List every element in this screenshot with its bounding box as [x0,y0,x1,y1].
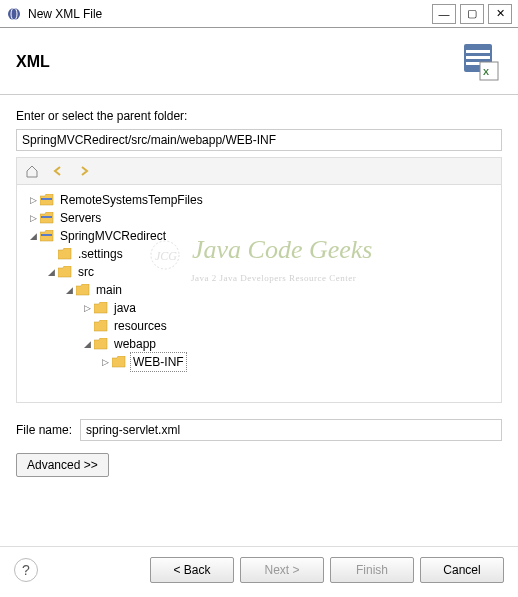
tree-item[interactable]: ◢src [21,263,497,281]
wizard-footer: ? < Back Next > Finish Cancel [0,546,518,597]
svg-rect-11 [41,216,52,218]
xml-file-icon: X [458,40,502,84]
filename-label: File name: [16,423,72,437]
folder-icon [93,336,109,352]
project-folder-icon [39,192,55,208]
wizard-header: XML X [0,28,518,95]
expander-closed-icon[interactable]: ▷ [99,353,111,371]
page-title: XML [16,53,50,71]
folder-icon [93,318,109,334]
svg-rect-12 [41,234,52,236]
svg-rect-4 [466,56,490,59]
folder-icon [111,354,127,370]
filename-row: File name: [16,419,502,441]
filename-input[interactable] [80,419,502,441]
svg-rect-10 [41,198,52,200]
window-controls: — ▢ ✕ [432,4,512,24]
tree-item[interactable]: ◢webapp [21,335,497,353]
folder-icon [75,282,91,298]
tree-item[interactable]: ▷Servers [21,209,497,227]
window-title: New XML File [28,7,432,21]
tree-item-label: main [94,281,124,299]
tree-item-label: webapp [112,335,158,353]
tree-item-label: resources [112,317,169,335]
tree-item-label: WEB-INF [130,352,187,372]
expander-open-icon[interactable]: ◢ [45,263,57,281]
next-button[interactable]: Next > [240,557,324,583]
expander-open-icon[interactable]: ◢ [81,335,93,353]
minimize-button[interactable]: — [432,4,456,24]
svg-rect-3 [466,50,490,53]
maximize-button[interactable]: ▢ [460,4,484,24]
tree-item-label: SpringMVCRedirect [58,227,168,245]
svg-point-0 [8,8,20,20]
parent-folder-input[interactable] [16,129,502,151]
expander-open-icon[interactable]: ◢ [63,281,75,299]
help-button[interactable]: ? [14,558,38,582]
project-folder-icon [39,228,55,244]
finish-button[interactable]: Finish [330,557,414,583]
eclipse-icon [6,6,22,22]
tree-item-label: .settings [76,245,125,263]
svg-text:X: X [483,67,489,77]
tree-item[interactable]: ▷WEB-INF [21,353,497,371]
expander-closed-icon[interactable]: ▷ [27,209,39,227]
tree-item[interactable]: ▷java [21,299,497,317]
tree-item[interactable]: ◢main [21,281,497,299]
forward-arrow-icon[interactable] [75,162,93,180]
project-folder-icon [39,210,55,226]
back-button[interactable]: < Back [150,557,234,583]
titlebar: New XML File — ▢ ✕ [0,0,518,28]
tree-item-label: src [76,263,96,281]
tree-item[interactable]: resources [21,317,497,335]
expander-open-icon[interactable]: ◢ [27,227,39,245]
folder-icon [57,264,73,280]
tree-item-label: Servers [58,209,103,227]
folder-icon [93,300,109,316]
tree-item[interactable]: .settings [21,245,497,263]
home-icon[interactable] [23,162,41,180]
cancel-button[interactable]: Cancel [420,557,504,583]
folder-icon [57,246,73,262]
tree-item-label: java [112,299,138,317]
tree-item-label: RemoteSystemsTempFiles [58,191,205,209]
folder-tree[interactable]: JCG Java Code Geeks Java 2 Java Develope… [16,185,502,403]
tree-toolbar [16,157,502,185]
advanced-button[interactable]: Advanced >> [16,453,109,477]
close-button[interactable]: ✕ [488,4,512,24]
tree-item[interactable]: ▷RemoteSystemsTempFiles [21,191,497,209]
wizard-content: Enter or select the parent folder: JCG J… [0,95,518,477]
tree-item[interactable]: ◢SpringMVCRedirect [21,227,497,245]
back-arrow-icon[interactable] [49,162,67,180]
parent-folder-label: Enter or select the parent folder: [16,109,502,123]
expander-closed-icon[interactable]: ▷ [81,299,93,317]
expander-closed-icon[interactable]: ▷ [27,191,39,209]
